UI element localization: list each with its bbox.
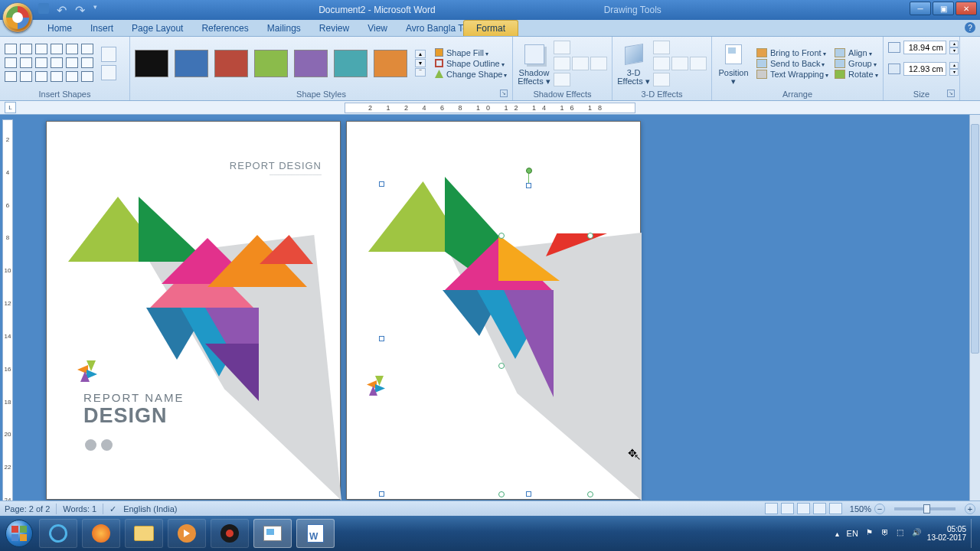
zoom-slider[interactable] bbox=[894, 507, 956, 510]
group-arrange: Arrange bbox=[717, 88, 878, 100]
shadow-effects-button[interactable]: Shadow Effects ▾ bbox=[518, 40, 550, 87]
resize-handle[interactable] bbox=[379, 491, 384, 497]
show-desktop-button[interactable] bbox=[971, 519, 977, 548]
align-button[interactable]: Align bbox=[835, 48, 877, 57]
tray-expand-icon[interactable]: ▴ bbox=[835, 530, 839, 538]
vertical-ruler[interactable]: 24681012141618202224 bbox=[2, 119, 13, 520]
tray-icon[interactable]: ⛨ bbox=[881, 528, 892, 539]
print-layout-view-icon[interactable] bbox=[765, 503, 778, 514]
clock[interactable]: 05:05 13-02-2017 bbox=[927, 525, 966, 542]
height-field[interactable] bbox=[903, 41, 946, 54]
taskbar-explorer[interactable] bbox=[125, 519, 163, 548]
draft-view-icon[interactable] bbox=[829, 503, 842, 514]
send-to-back-button[interactable]: Send to Back bbox=[756, 59, 828, 68]
word-count[interactable]: Words: 1 bbox=[63, 504, 96, 514]
horizontal-ruler[interactable]: 2 1 2 4 6 8 10 12 14 16 18 bbox=[345, 103, 635, 113]
resize-handle[interactable] bbox=[526, 183, 531, 188]
resize-handle[interactable] bbox=[498, 363, 505, 369]
group-button[interactable]: Group bbox=[835, 59, 877, 68]
size-launcher-icon[interactable]: ↘ bbox=[947, 90, 955, 97]
shape-fill-button[interactable]: Shape Fill bbox=[435, 48, 507, 57]
minimize-button[interactable]: ─ bbox=[910, 2, 931, 15]
resize-handle[interactable] bbox=[379, 336, 384, 341]
position-button[interactable]: Position ▾ bbox=[717, 40, 750, 87]
zoom-level[interactable]: 150% bbox=[850, 504, 871, 514]
page-status[interactable]: Page: 2 of 2 bbox=[5, 504, 50, 514]
zoom-out-icon[interactable]: − bbox=[874, 504, 885, 514]
group-shape-styles: Shape Styles↘ bbox=[135, 88, 508, 100]
outline-view-icon[interactable] bbox=[813, 503, 826, 514]
tab-review[interactable]: Review bbox=[310, 21, 358, 36]
logo-icon[interactable] bbox=[367, 376, 388, 397]
tilt-icon[interactable] bbox=[653, 41, 670, 54]
full-screen-view-icon[interactable] bbox=[781, 503, 794, 514]
language-status[interactable]: English (India) bbox=[123, 504, 177, 514]
bring-to-front-button[interactable]: Bring to Front bbox=[756, 48, 828, 57]
tab-insert[interactable]: Insert bbox=[81, 21, 122, 36]
text-wrapping-button[interactable]: Text Wrapping bbox=[756, 70, 828, 79]
taskbar-word[interactable]: W bbox=[296, 519, 335, 548]
system-tray: ▴ EN ⚑ ⛨ ⬚ 🔊 05:05 13-02-2017 bbox=[835, 519, 977, 548]
status-bar: Page: 2 of 2 Words: 1 ✓ English (India) … bbox=[0, 500, 980, 516]
tab-format[interactable]: Format bbox=[463, 20, 518, 36]
close-button[interactable]: ✕ bbox=[956, 2, 977, 15]
resize-handle[interactable] bbox=[498, 233, 505, 239]
tab-home[interactable]: Home bbox=[38, 21, 81, 36]
rotate-button[interactable]: Rotate bbox=[835, 70, 877, 79]
vertical-scrollbar[interactable] bbox=[969, 115, 980, 525]
edit-shape-icon[interactable] bbox=[101, 47, 116, 62]
resize-handle[interactable] bbox=[379, 181, 384, 187]
spin-up-icon[interactable]: ▴ bbox=[949, 41, 959, 47]
tab-view[interactable]: View bbox=[358, 21, 397, 36]
context-title: Drawing Tools bbox=[604, 5, 662, 15]
network-icon[interactable]: ⬚ bbox=[897, 528, 907, 539]
tab-references[interactable]: References bbox=[192, 21, 257, 36]
language-indicator[interactable]: EN bbox=[844, 527, 861, 540]
tab-page-layout[interactable]: Page Layout bbox=[122, 21, 192, 36]
scrollbar-thumb[interactable] bbox=[971, 124, 979, 354]
dialog-launcher-icon[interactable]: ↘ bbox=[500, 90, 508, 97]
rotation-handle[interactable] bbox=[526, 168, 532, 174]
gallery-down-icon[interactable]: ▾ bbox=[415, 59, 426, 67]
width-icon bbox=[888, 64, 900, 74]
move-cursor-icon: ✥↖ bbox=[628, 447, 644, 459]
spin-down-icon[interactable]: ▾ bbox=[949, 47, 959, 54]
design-label: DESIGN bbox=[83, 404, 184, 428]
resize-handle[interactable] bbox=[526, 491, 531, 497]
office-button[interactable] bbox=[2, 2, 33, 33]
tab-mailings[interactable]: Mailings bbox=[258, 21, 310, 36]
gallery-up-icon[interactable]: ▴ bbox=[415, 50, 426, 58]
text-box-icon[interactable] bbox=[101, 65, 116, 80]
taskbar-ie[interactable] bbox=[39, 519, 77, 548]
resize-handle[interactable] bbox=[587, 491, 593, 497]
page-1: REPORT DESIGN ──────────── REPORT NAME D… bbox=[46, 121, 341, 500]
web-layout-view-icon[interactable] bbox=[797, 503, 810, 514]
resize-handle[interactable] bbox=[587, 233, 593, 239]
shapes-gallery[interactable] bbox=[5, 44, 95, 83]
help-icon[interactable]: ? bbox=[965, 22, 975, 33]
resize-handle[interactable] bbox=[498, 491, 505, 497]
zoom-in-icon[interactable]: + bbox=[965, 504, 975, 514]
document-canvas[interactable]: 24681012141618202224 REPORT DESIGN ─────… bbox=[0, 115, 969, 525]
change-shape-button[interactable]: Change Shape bbox=[435, 70, 507, 79]
shape-outline-button[interactable]: Shape Outline bbox=[435, 59, 507, 68]
maximize-button[interactable]: ▣ bbox=[933, 2, 954, 15]
taskbar-paint[interactable] bbox=[253, 519, 292, 548]
taskbar-media[interactable] bbox=[168, 519, 206, 548]
gallery-more-icon[interactable]: ‾ bbox=[415, 68, 426, 77]
tab-selector-icon[interactable]: L bbox=[5, 102, 16, 113]
document-title: Document2 - Microsoft Word bbox=[318, 5, 436, 15]
tray-icon[interactable]: ⚑ bbox=[866, 528, 877, 539]
taskbar-record[interactable] bbox=[211, 519, 249, 548]
threed-effects-button[interactable]: 3-D Effects ▾ bbox=[617, 40, 650, 87]
start-button[interactable] bbox=[2, 516, 37, 551]
volume-icon[interactable]: 🔊 bbox=[912, 528, 923, 539]
taskbar: W ▴ EN ⚑ ⛨ ⬚ 🔊 05:05 13-02-2017 bbox=[0, 516, 980, 551]
shadow-nudge-icon[interactable] bbox=[554, 41, 570, 54]
report-design-label: REPORT DESIGN bbox=[230, 160, 322, 171]
shape-styles-gallery[interactable]: ▴ ▾ ‾ bbox=[135, 50, 426, 77]
report-name-label: REPORT NAME bbox=[83, 391, 184, 404]
taskbar-firefox[interactable] bbox=[82, 519, 120, 548]
ruler-bar: L 2 1 2 4 6 8 10 12 14 16 18 bbox=[0, 101, 980, 115]
width-field[interactable] bbox=[903, 62, 946, 76]
